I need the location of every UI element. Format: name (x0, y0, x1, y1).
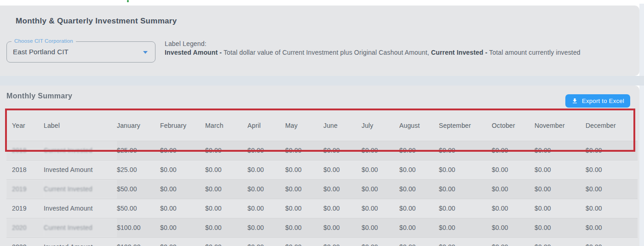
chevron-down-icon[interactable] (143, 51, 148, 54)
value-cell: $0.00 (492, 179, 535, 199)
value-cell: $0.00 (285, 237, 323, 246)
value-cell: $0.00 (399, 141, 439, 160)
cursor-dot-icon (127, 0, 129, 2)
value-cell: $0.00 (362, 141, 399, 160)
value-cell: $0.00 (586, 160, 638, 179)
column-header-label: Label (44, 111, 117, 141)
value-cell: $0.00 (247, 218, 285, 237)
value-cell: $0.00 (285, 218, 323, 237)
label-cell: Invested Amount (44, 199, 117, 218)
page-right-margin (639, 4, 644, 246)
value-cell: $0.00 (439, 237, 492, 246)
value-cell: $0.00 (160, 218, 205, 237)
value-cell: $0.00 (439, 160, 492, 179)
table-row: 2020Invested Amount$100.00$0.00$0.00$0.0… (6, 237, 638, 246)
column-header-july: July (362, 111, 399, 141)
value-cell: $0.00 (285, 199, 323, 218)
export-button-label: Export to Excel (582, 97, 624, 104)
value-cell: $0.00 (586, 237, 638, 246)
value-cell: $0.00 (399, 199, 439, 218)
value-cell: $0.00 (535, 218, 586, 237)
column-header-february: February (160, 111, 205, 141)
value-cell: $0.00 (205, 199, 247, 218)
table-header-row: YearLabelJanuaryFebruaryMarchAprilMayJun… (6, 111, 638, 141)
column-header-august: August (399, 111, 439, 141)
legend-definition-2: Total amount currently invested (488, 49, 581, 56)
value-cell: $0.00 (535, 160, 586, 179)
value-cell: $0.00 (492, 141, 535, 160)
value-cell: $100.00 (117, 218, 160, 237)
value-cell: $0.00 (586, 199, 638, 218)
value-cell: $0.00 (323, 199, 362, 218)
panel-divider (0, 76, 644, 86)
value-cell: $0.00 (160, 141, 205, 160)
table-row: 2018Current Invested$25.00$0.00$0.00$0.0… (6, 141, 638, 160)
select-value: East Portland CIT (13, 48, 69, 56)
value-cell: $0.00 (285, 141, 323, 160)
value-cell: $0.00 (205, 179, 247, 199)
value-cell: $0.00 (160, 237, 205, 246)
value-cell: $0.00 (160, 199, 205, 218)
value-cell: $0.00 (205, 237, 247, 246)
value-cell: $0.00 (285, 179, 323, 199)
export-to-excel-button[interactable]: Export to Excel (565, 94, 630, 108)
year-cell: 2019 (6, 199, 44, 218)
year-cell: 2018 (6, 141, 44, 160)
value-cell: $0.00 (535, 199, 586, 218)
value-cell: $0.00 (247, 199, 285, 218)
value-cell: $0.00 (247, 179, 285, 199)
column-header-november: November (535, 111, 586, 141)
legend-definition-1: Total dollar value of Current Investment… (222, 49, 431, 56)
cit-corporation-select[interactable]: Choose CIT Corporation East Portland CIT (6, 41, 155, 63)
investment-summary-panel: Monthly & Quarterly Investment Summary C… (0, 6, 639, 76)
label-cell: Current Invested (44, 141, 117, 160)
value-cell: $0.00 (247, 141, 285, 160)
value-cell: $0.00 (535, 237, 586, 246)
value-cell: $0.00 (586, 141, 638, 160)
legend-body: Invested Amount - Total dollar value of … (165, 48, 581, 57)
value-cell: $25.00 (117, 160, 160, 179)
value-cell: $0.00 (399, 160, 439, 179)
table-row: 2019Current Invested$50.00$0.00$0.00$0.0… (6, 179, 638, 199)
value-cell: $0.00 (492, 218, 535, 237)
year-cell: 2020 (6, 237, 44, 246)
label-cell: Invested Amount (44, 160, 117, 179)
value-cell: $0.00 (439, 218, 492, 237)
year-cell: 2019 (6, 179, 44, 199)
value-cell: $0.00 (205, 218, 247, 237)
value-cell: $0.00 (492, 237, 535, 246)
value-cell: $0.00 (285, 160, 323, 179)
table-body: 2018Current Invested$25.00$0.00$0.00$0.0… (6, 141, 638, 246)
value-cell: $0.00 (205, 160, 247, 179)
value-cell: $0.00 (205, 141, 247, 160)
download-icon (571, 97, 578, 104)
value-cell: $0.00 (323, 179, 362, 199)
section-title: Monthly Summary (6, 92, 72, 100)
value-cell: $0.00 (586, 179, 638, 199)
select-floating-label: Choose CIT Corporation (12, 38, 76, 44)
page-title: Monthly & Quarterly Investment Summary (16, 17, 177, 26)
legend-term-invested-amount: Invested Amount - (165, 49, 222, 56)
value-cell: $0.00 (160, 160, 205, 179)
value-cell: $0.00 (439, 199, 492, 218)
label-legend: Label Legend: Invested Amount - Total do… (165, 40, 581, 57)
column-header-march: March (205, 111, 247, 141)
table-row: 2019Invested Amount$50.00$0.00$0.00$0.00… (6, 199, 638, 218)
legend-heading: Label Legend: (165, 40, 581, 48)
table-row: 2020Current Invested$100.00$0.00$0.00$0.… (6, 218, 638, 237)
value-cell: $0.00 (247, 160, 285, 179)
value-cell: $0.00 (399, 218, 439, 237)
value-cell: $0.00 (492, 160, 535, 179)
column-header-april: April (247, 111, 285, 141)
column-header-january: January (117, 111, 160, 141)
value-cell: $0.00 (362, 199, 399, 218)
column-header-june: June (323, 111, 362, 141)
value-cell: $0.00 (492, 199, 535, 218)
value-cell: $0.00 (535, 141, 586, 160)
value-cell: $0.00 (362, 179, 399, 199)
value-cell: $50.00 (117, 199, 160, 218)
column-header-may: May (285, 111, 323, 141)
column-header-december: December (586, 111, 638, 141)
value-cell: $0.00 (439, 179, 492, 199)
value-cell: $0.00 (323, 141, 362, 160)
